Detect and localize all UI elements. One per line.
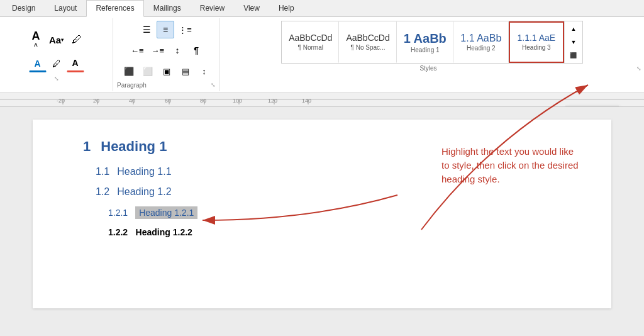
- font-size-increase-btn[interactable]: A^: [27, 28, 45, 52]
- document: 1 Heading 1 1.1 Heading 1.1 1.2 Heading …: [33, 120, 611, 308]
- svg-text:-20: -20: [57, 98, 65, 104]
- svg-text:100: 100: [233, 98, 242, 104]
- style-no-spacing-preview: AaBbCcDd: [346, 33, 389, 43]
- paragraph-group-label: Paragraph: [117, 82, 147, 89]
- sort-btn[interactable]: ↕: [169, 42, 186, 59]
- paragraph-dialog-launch[interactable]: ⤡: [211, 82, 216, 89]
- font-dialog-launch[interactable]: ⤡: [54, 76, 59, 82]
- ruler: -20 20 40 60 80 100 120 140 Heading 3: [0, 93, 644, 107]
- multilevel-list-btn[interactable]: ⋮≡: [175, 21, 195, 38]
- style-heading3-preview: 1.1.1 AaE: [517, 33, 555, 43]
- style-heading1-label: Heading 1: [411, 47, 440, 53]
- show-marks-btn[interactable]: ¶: [187, 42, 205, 59]
- styles-group: AaBbCcDd ¶ Normal AaBbCcDd ¶ No Spac... …: [220, 18, 644, 91]
- tab-layout[interactable]: Layout: [45, 0, 86, 16]
- align-center-btn[interactable]: ⬜: [139, 62, 157, 80]
- doc-h1-text[interactable]: Heading 1: [101, 138, 167, 155]
- increase-indent-btn[interactable]: →≡: [148, 42, 168, 59]
- doc-h11-text[interactable]: Heading 1.1: [117, 166, 171, 177]
- highlight-btn[interactable]: 🖊: [48, 55, 65, 72]
- tab-review[interactable]: Review: [191, 0, 234, 16]
- styles-scroll-btns: ▲ ▼ ⬛: [564, 21, 582, 63]
- svg-text:40: 40: [129, 98, 135, 104]
- tab-view[interactable]: View: [234, 0, 269, 16]
- svg-text:120: 120: [268, 98, 277, 104]
- doc-h12-number: 1.2: [96, 186, 109, 198]
- doc-heading121-row: 1.2.1 Heading 1.2.1: [83, 206, 561, 221]
- style-no-spacing-label: ¶ No Spac...: [351, 44, 386, 51]
- doc-h121-number: 1.2.1: [108, 208, 128, 218]
- doc-h122-text[interactable]: Heading 1.2.2: [136, 227, 192, 237]
- svg-text:80: 80: [200, 98, 206, 104]
- style-heading2-preview: 1.1 AaBb: [460, 33, 501, 44]
- font-group: A^ Aa ▾ 🖊 A 🖊 A ⤡: [0, 18, 113, 91]
- style-heading3-label: Heading 3: [522, 44, 551, 51]
- style-heading1[interactable]: 1 AaBb Heading 1: [397, 21, 453, 63]
- tab-help[interactable]: Help: [269, 0, 304, 16]
- tab-references[interactable]: References: [86, 0, 143, 17]
- align-right-btn[interactable]: ▣: [158, 62, 175, 80]
- clear-formatting-btn[interactable]: 🖊: [68, 31, 86, 48]
- styles-scroll-down[interactable]: ▼: [567, 36, 580, 48]
- font-color-btn[interactable]: A: [67, 55, 84, 72]
- style-normal-preview: AaBbCcDd: [289, 33, 332, 43]
- styles-dialog-launch[interactable]: ⤡: [636, 65, 641, 72]
- style-no-spacing[interactable]: AaBbCcDd ¶ No Spac...: [339, 21, 396, 63]
- svg-text:20: 20: [93, 98, 99, 104]
- style-heading2[interactable]: 1.1 AaBb Heading 2: [453, 21, 509, 63]
- tab-mailings[interactable]: Mailings: [144, 0, 191, 16]
- tab-design[interactable]: Design: [3, 0, 45, 16]
- styles-more[interactable]: ⬛: [567, 49, 580, 62]
- doc-heading12-row: 1.2 Heading 1.2: [83, 186, 561, 201]
- list-group: ☰ ≡ ⋮≡ ←≡ →≡ ↕ ¶ ⬛: [113, 18, 220, 91]
- align-justify-btn[interactable]: ▤: [177, 62, 194, 80]
- align-left-btn[interactable]: ⬛: [120, 62, 138, 80]
- doc-h122-number-text[interactable]: 1.2.2: [108, 227, 128, 237]
- doc-h1-number: 1: [83, 138, 91, 155]
- bullet-list-btn[interactable]: ☰: [138, 21, 155, 38]
- svg-text:60: 60: [165, 98, 171, 104]
- decrease-indent-btn[interactable]: ←≡: [128, 42, 147, 59]
- style-heading1-preview: 1 AaBb: [404, 31, 447, 45]
- font-case-btn[interactable]: Aa ▾: [47, 33, 66, 47]
- doc-heading122-row: 1.2.2 Heading 1.2.2: [83, 227, 561, 238]
- doc-h121-text-highlighted[interactable]: Heading 1.2.1: [135, 206, 197, 219]
- style-heading2-label: Heading 2: [467, 45, 496, 52]
- numbered-list-btn[interactable]: ≡: [157, 21, 174, 38]
- doc-h12-text[interactable]: Heading 1.2: [117, 186, 171, 198]
- style-normal-label: ¶ Normal: [298, 44, 323, 51]
- annotation-text: Highlight the text you would like to sty…: [441, 145, 580, 186]
- styles-label: Styles: [419, 65, 436, 72]
- styles-grid: AaBbCcDd ¶ Normal AaBbCcDd ¶ No Spac... …: [281, 21, 583, 64]
- style-heading3[interactable]: 1.1.1 AaE Heading 3: [509, 21, 564, 63]
- doc-h11-number: 1.1: [96, 166, 109, 177]
- document-area: 1 Heading 1 1.1 Heading 1.1 1.2 Heading …: [0, 107, 644, 321]
- styles-scroll-up[interactable]: ▲: [567, 23, 580, 35]
- line-spacing-btn[interactable]: ↕: [196, 62, 213, 80]
- style-normal[interactable]: AaBbCcDd ¶ Normal: [282, 21, 339, 63]
- svg-text:140: 140: [302, 98, 311, 104]
- ribbon-tabs: Design Layout References Mailings Review…: [0, 0, 644, 17]
- ribbon-content: A^ Aa ▾ 🖊 A 🖊 A ⤡: [0, 17, 644, 92]
- underline-color-btn[interactable]: A: [29, 55, 47, 72]
